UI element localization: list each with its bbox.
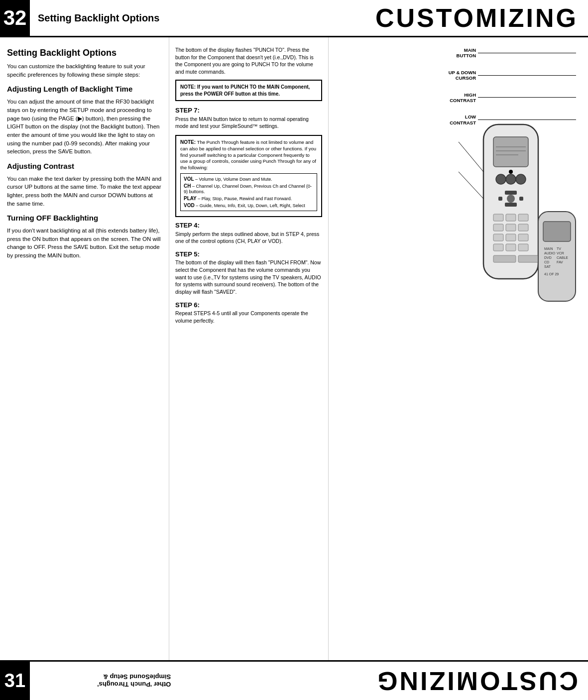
svg-point-5 (496, 174, 506, 184)
footer-section-title: CUSTOMIZING (375, 666, 578, 696)
footer-title-area: Other 'Punch Throughs' SimpleSound Setup… (30, 662, 179, 700)
note-play: PLAY – Play, Stop, Pause, Rewind and Fas… (184, 195, 314, 202)
step4-title: STEP 4: (175, 221, 322, 230)
left-column: Setting Backlight Options You can custom… (0, 37, 169, 660)
svg-rect-21 (518, 234, 528, 241)
step6-box: The bottom of the display flashes "PUNCH… (175, 46, 322, 101)
main-heading: Setting Backlight Options (7, 46, 162, 59)
section-title: CUSTOMIZING (375, 3, 578, 33)
footer-right: CUSTOMIZING (179, 662, 588, 700)
svg-point-7 (516, 174, 526, 184)
svg-text:DVD: DVD (544, 256, 552, 259)
remote-svg: MAIN AUDIO DVD CD SAT TV VCR CABLE FAV 4… (454, 122, 583, 331)
svg-rect-17 (506, 224, 516, 231)
svg-rect-15 (518, 214, 528, 221)
intro-text: You can customize the backlighting featu… (7, 62, 162, 79)
step7-title: STEP 7: (175, 106, 322, 115)
low-contrast-line (478, 119, 576, 120)
section2-heading: Adjusting Contrast (7, 161, 162, 172)
right-column: MAINBUTTON UP & DOWNCURSOR HIGHCONTRAST (329, 37, 588, 660)
svg-line-41 (459, 172, 483, 199)
svg-line-40 (459, 142, 483, 172)
svg-text:CD: CD (544, 260, 549, 264)
svg-text:CABLE: CABLE (557, 256, 568, 259)
note2-title: NOTE: (180, 139, 196, 145)
note2-text: The Punch Through feature is not limited… (180, 139, 316, 170)
step6b-box: STEP 6: Repeat STEPS 4-5 until all your … (175, 301, 322, 325)
note-vol: VOL – Volume Up, Volume Down and Mute. (184, 176, 314, 183)
step5-text: The bottom of the display will then flas… (175, 259, 322, 295)
svg-rect-1 (493, 137, 528, 167)
main-button-label-row: MAINBUTTON (444, 47, 578, 59)
main-button-line (478, 53, 576, 53)
svg-rect-28 (543, 222, 571, 241)
high-contrast-line (478, 97, 576, 98)
step7-box: STEP 7: Press the MAIN button twice to r… (175, 106, 322, 130)
step6b-text: Repeat STEPS 4-5 until all your Componen… (175, 310, 322, 324)
footer-title-line1: Other 'Punch Throughs' (38, 681, 171, 689)
svg-text:SAT: SAT (544, 265, 551, 268)
footer-title-line2: SimpleSound Setup & (38, 674, 171, 681)
step4-text: Simply perform the steps outlined above,… (175, 231, 322, 245)
svg-rect-22 (493, 244, 503, 251)
main-button-label: MAINBUTTON (444, 47, 476, 59)
remote-diagram-area: MAINBUTTON UP & DOWNCURSOR HIGHCONTRAST (337, 42, 583, 655)
header-title: Setting Backlight Options (38, 12, 159, 24)
step6b-title: STEP 6: (175, 301, 322, 310)
up-down-label: UP & DOWNCURSOR (444, 70, 476, 81)
svg-rect-11 (519, 197, 523, 201)
svg-text:AUDIO: AUDIO (544, 251, 556, 255)
section2-text: You can make the text darker by pressing… (7, 175, 162, 208)
svg-rect-14 (506, 214, 516, 221)
page-number: 32 (0, 0, 30, 36)
svg-rect-16 (493, 224, 503, 231)
up-down-label-row: UP & DOWNCURSOR (444, 70, 578, 81)
high-contrast-label-row: HIGHCONTRAST (444, 92, 578, 104)
svg-rect-8 (505, 191, 517, 195)
step6-text-intro: The bottom of the display flashes "PUNCH… (175, 46, 322, 76)
step7-text: Press the MAIN button twice to return to… (175, 116, 322, 130)
note-vod: VOD – Guide, Menu, Info, Exit, Up, Down,… (184, 202, 314, 209)
svg-text:FAV: FAV (557, 260, 563, 264)
step4-box: STEP 4: Simply perform the steps outline… (175, 221, 322, 245)
svg-rect-26 (518, 255, 541, 262)
svg-rect-13 (493, 214, 503, 221)
step5-box: STEP 5: The bottom of the display will t… (175, 250, 322, 296)
section3-text: If you don't want backlighting at all (t… (7, 227, 162, 260)
svg-point-6 (506, 174, 516, 184)
svg-rect-19 (493, 234, 503, 241)
svg-rect-9 (505, 203, 517, 207)
note-punchto-title: NOTE: If you want to PUNCH TO the MAIN C… (180, 84, 310, 97)
section3-heading: Turning OFF Backlighting (7, 213, 162, 224)
remote-svg-container: MAIN AUDIO DVD CD SAT TV VCR CABLE FAV 4… (454, 122, 583, 334)
remote-labels-area: MAINBUTTON UP & DOWNCURSOR HIGHCONTRAST (444, 47, 578, 130)
note-punch-through: NOTE: The Punch Through feature is not l… (175, 135, 322, 218)
section1-heading: Adjusting Length of Backlight Time (7, 84, 162, 95)
note-ch: CH – Channel Up, Channel Down, Previous … (184, 183, 314, 195)
header-title-area: Setting Backlight Options (30, 0, 218, 36)
step5-title: STEP 5: (175, 250, 322, 259)
header-right: CUSTOMIZING (218, 0, 588, 36)
svg-rect-25 (493, 255, 516, 262)
svg-rect-20 (506, 234, 516, 241)
page-header: 32 Setting Backlight Options CUSTOMIZING (0, 0, 588, 37)
svg-text:41 OF 29: 41 OF 29 (544, 272, 559, 276)
svg-rect-24 (518, 244, 528, 251)
note2-items: VOL – Volume Up, Volume Down and Mute. C… (180, 173, 317, 211)
svg-text:TV: TV (557, 247, 561, 250)
footer-page-number: 31 (0, 662, 30, 700)
note-punchto: NOTE: If you want to PUNCH TO the MAIN C… (175, 80, 322, 102)
main-content: Setting Backlight Options You can custom… (0, 37, 588, 660)
up-down-line (478, 75, 576, 76)
svg-rect-18 (518, 224, 528, 231)
svg-text:MAIN: MAIN (544, 247, 553, 250)
svg-point-12 (507, 195, 515, 203)
svg-text:VCR: VCR (557, 251, 564, 255)
section1-text: You can adjust the amount of time that t… (7, 98, 162, 156)
svg-point-39 (509, 170, 513, 174)
svg-rect-23 (506, 244, 516, 251)
svg-rect-10 (498, 197, 502, 201)
page-footer: 31 Other 'Punch Throughs' SimpleSound Se… (0, 660, 588, 700)
mid-column: The bottom of the display flashes "PUNCH… (169, 37, 329, 660)
high-contrast-label: HIGHCONTRAST (444, 92, 476, 104)
